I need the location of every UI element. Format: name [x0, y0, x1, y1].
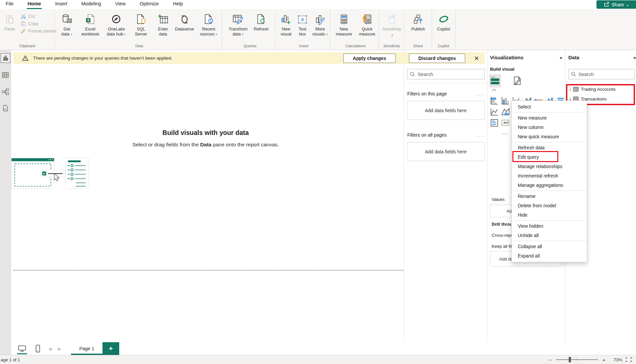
- menu-home[interactable]: Home: [27, 0, 42, 9]
- empty-canvas-illustration: [11, 158, 400, 189]
- new-measure-button[interactable]: New measure: [332, 11, 356, 37]
- recent-sources-icon: [204, 12, 214, 27]
- slicer-icon[interactable]: [489, 117, 500, 128]
- menu-item-incremental-refresh[interactable]: Incremental refresh: [512, 171, 587, 180]
- get-data-button[interactable]: Get data: [57, 11, 77, 37]
- copilot-button[interactable]: Copilot: [434, 11, 454, 32]
- new-measure-icon: [339, 12, 349, 27]
- menu-view[interactable]: View: [115, 0, 126, 9]
- build-visual-tab[interactable]: [489, 74, 501, 87]
- menu-item-expand-all[interactable]: Expand all: [512, 251, 587, 261]
- menu-divider: [512, 112, 587, 113]
- zoom-in-button[interactable]: +: [602, 357, 606, 363]
- stacked-bar-chart-icon[interactable]: [489, 95, 500, 106]
- mobile-layout-button[interactable]: [32, 343, 43, 354]
- refresh-button[interactable]: Refresh: [252, 11, 271, 32]
- model-view-button[interactable]: [1, 87, 10, 96]
- format-painter-icon: [21, 28, 26, 33]
- empty-canvas-message: Build visuals with your data Select or d…: [11, 129, 400, 189]
- new-visual-icon: [280, 12, 292, 27]
- more-options-icon[interactable]: [476, 133, 484, 138]
- svg-text:A: A: [301, 16, 304, 22]
- report-view-button[interactable]: [1, 53, 10, 63]
- table-row-trading-accounts[interactable]: Trading Accounts: [567, 84, 636, 94]
- menu-item-hide[interactable]: Hide: [512, 210, 587, 220]
- menu-item-new-quick-measure[interactable]: New quick measure: [512, 132, 587, 141]
- ribbon-group-copilot: Copilot Copilot: [432, 9, 455, 50]
- menu-insert[interactable]: Insert: [55, 0, 68, 9]
- menu-item-delete-from-model[interactable]: Delete from model: [512, 201, 587, 210]
- quick-measure-button[interactable]: Quick measure: [356, 11, 379, 37]
- onelake-data-hub-button[interactable]: OneLake data hub: [103, 11, 129, 37]
- publish-icon: [413, 12, 424, 27]
- enter-data-button[interactable]: Enter data: [153, 11, 173, 37]
- menu-item-rename[interactable]: Rename: [512, 192, 587, 201]
- dax-query-view-button[interactable]: DAX): [1, 103, 10, 113]
- zoom-slider[interactable]: [556, 359, 598, 360]
- line-area-chart-icon[interactable]: [489, 106, 500, 117]
- collapse-pane-icon[interactable]: [633, 55, 635, 60]
- menu-help[interactable]: Help: [172, 0, 184, 9]
- values-section-label: Values: [492, 197, 505, 202]
- chevron-right-icon[interactable]: [569, 86, 571, 92]
- paste-icon: [5, 12, 15, 27]
- desktop-layout-button[interactable]: [17, 343, 27, 354]
- all-pages-filters-dropzone[interactable]: Add data fields here: [407, 142, 485, 161]
- mountain-area-chart-icon[interactable]: [500, 106, 511, 117]
- menu-item-refresh-data[interactable]: Refresh data: [512, 143, 587, 152]
- new-visual-button[interactable]: New visual: [278, 11, 294, 37]
- previous-page-arrow[interactable]: ◄: [48, 346, 52, 352]
- new-page-button[interactable]: +: [102, 342, 119, 355]
- menu-item-unhide-all[interactable]: Unhide all: [512, 231, 587, 240]
- menu-item-edit-query[interactable]: Edit query: [512, 152, 587, 162]
- menu-item-manage-aggregations[interactable]: Manage aggregations: [512, 180, 587, 190]
- excel-workbook-button[interactable]: X Excel workbook: [77, 11, 103, 37]
- menu-item-view-hidden[interactable]: View hidden: [512, 221, 587, 231]
- dataverse-button[interactable]: Dataverse: [173, 11, 196, 32]
- filters-search-input[interactable]: [418, 72, 482, 77]
- data-search-input[interactable]: [578, 72, 632, 77]
- page-filters-dropzone[interactable]: Add data fields here: [407, 101, 485, 120]
- sql-server-button[interactable]: SQL Server: [130, 11, 153, 37]
- zoom-slider-handle[interactable]: [569, 357, 571, 362]
- format-visual-tab[interactable]: [511, 74, 523, 87]
- menu-item-select[interactable]: Select: [512, 102, 587, 112]
- close-banner-icon[interactable]: [473, 54, 481, 62]
- fit-to-page-icon[interactable]: [626, 357, 632, 362]
- more-visuals-button[interactable]: More visuals: [310, 11, 330, 37]
- more-options-icon[interactable]: [476, 91, 484, 96]
- report-canvas[interactable]: Build visuals with your data Select or d…: [11, 50, 404, 342]
- quick-measure-icon: [362, 12, 372, 27]
- collapse-pane-icon[interactable]: [560, 55, 562, 60]
- menu-item-new-measure[interactable]: New measure: [512, 113, 587, 123]
- text-box-button[interactable]: A Text box: [294, 11, 310, 37]
- copilot-icon: [438, 12, 450, 27]
- menu-file[interactable]: File: [5, 0, 14, 9]
- publish-button[interactable]: Publish: [408, 11, 429, 32]
- zoom-out-button[interactable]: −: [548, 357, 553, 363]
- ribbon-group-clipboard: Paste Cut Copy Format painter: [0, 9, 55, 50]
- menu-item-collapse-all[interactable]: Collapse all: [512, 242, 587, 251]
- share-button[interactable]: Share: [596, 0, 636, 9]
- transform-data-button[interactable]: Transform data: [225, 11, 252, 37]
- more-visual-options[interactable]: ···: [500, 128, 511, 139]
- menu-item-manage-relationships[interactable]: Manage relationships: [512, 162, 587, 171]
- discard-changes-button[interactable]: Discard changes: [409, 54, 465, 63]
- menu-item-new-column[interactable]: New column: [512, 123, 587, 132]
- kpi-icon[interactable]: [500, 117, 511, 128]
- stacked-column-chart-icon[interactable]: [500, 95, 511, 106]
- menu-optimize[interactable]: Optimize: [139, 0, 159, 9]
- recent-sources-button[interactable]: Recent sources: [196, 11, 222, 37]
- page-tab[interactable]: Page 1: [71, 342, 102, 355]
- filters-search-box[interactable]: [407, 69, 485, 79]
- ribbon-group-insert: New visual A Text box More visuals Inser…: [276, 9, 330, 50]
- table-view-button[interactable]: [1, 70, 10, 80]
- pending-changes-banner: There are pending changes in your querie…: [13, 52, 485, 64]
- dropdown-caret-icon: [214, 32, 217, 37]
- next-page-arrow[interactable]: ►: [57, 346, 62, 352]
- refresh-icon: [256, 12, 266, 27]
- data-search-box[interactable]: [568, 69, 635, 79]
- chevron-down-icon: [626, 2, 629, 7]
- apply-changes-button[interactable]: Apply changes: [343, 54, 396, 63]
- menu-modeling[interactable]: Modeling: [81, 0, 102, 9]
